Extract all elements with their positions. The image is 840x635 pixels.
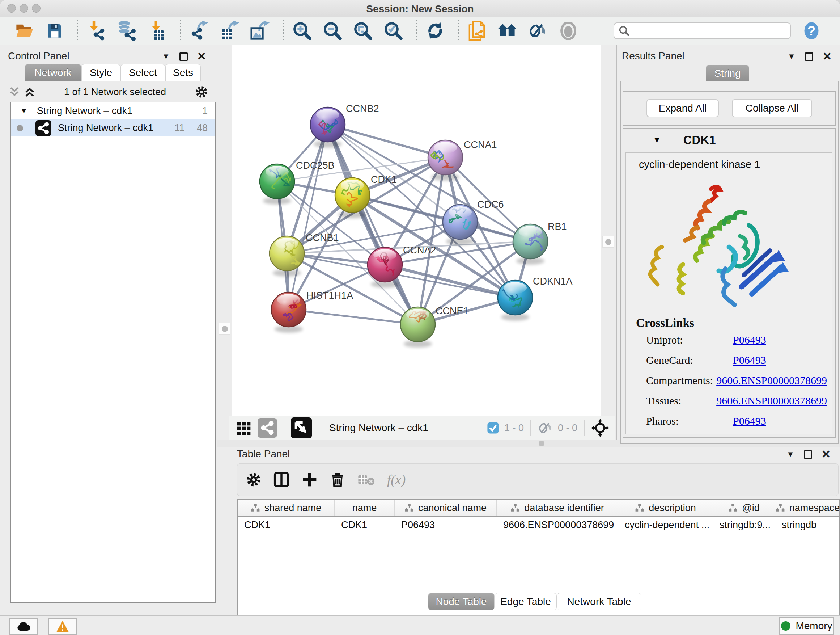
memory-button[interactable]: Memory: [779, 617, 834, 635]
export-table-button[interactable]: [219, 20, 240, 41]
crosslink-value-link[interactable]: P06493: [733, 354, 766, 366]
table-toolbar: f(x): [237, 463, 838, 496]
table-panel-menu-icon[interactable]: ▼: [786, 450, 794, 458]
horizontal-splitter-handle[interactable]: [538, 440, 545, 447]
table-panel-float-icon[interactable]: [804, 450, 812, 459]
expand-all-icon[interactable]: [24, 87, 35, 97]
results-panel-menu-icon[interactable]: ▼: [788, 52, 796, 60]
tab-node-table[interactable]: Node Table: [428, 593, 494, 610]
tab-select[interactable]: Select: [120, 64, 165, 81]
crosslink-value-link[interactable]: 9606.ENSP00000378699: [716, 394, 827, 407]
node-label-HIST1H1A: HIST1H1A: [306, 290, 353, 301]
tab-sets[interactable]: Sets: [165, 64, 201, 81]
left-splitter-handle[interactable]: [219, 323, 231, 334]
import-table-button[interactable]: [147, 20, 168, 41]
collapse-all-button[interactable]: Collapse All: [732, 99, 812, 117]
string-view-icon[interactable]: [257, 418, 277, 438]
tab-network[interactable]: Network: [25, 64, 81, 81]
control-panel-close-icon[interactable]: ✕: [197, 51, 206, 62]
column-header--id[interactable]: @id: [713, 500, 775, 516]
houses-button[interactable]: [497, 20, 518, 41]
expand-all-button[interactable]: Expand All: [646, 99, 719, 117]
string-documents-button[interactable]: [467, 20, 488, 41]
table-panel: Table Panel ▼ ✕ f(x) shared namenamecano…: [218, 448, 840, 616]
divider: [584, 420, 584, 436]
hide-unhide-button[interactable]: [527, 20, 548, 41]
results-panel-close-icon[interactable]: ✕: [823, 51, 832, 62]
table-options-gear-icon[interactable]: [246, 472, 261, 487]
results-panel-float-icon[interactable]: [805, 52, 813, 61]
column-label: database identifier: [524, 502, 604, 514]
network-node-CDC25B[interactable]: CDC25B: [260, 160, 335, 204]
grid-view-icon[interactable]: [237, 421, 251, 435]
svg-text:?: ?: [807, 24, 816, 38]
control-panel-menu-icon[interactable]: ▼: [162, 52, 170, 60]
node-label-CCNB1: CCNB1: [306, 233, 339, 243]
control-panel: Control Panel ▼ ✕ NetworkStyleSelectSets…: [0, 45, 218, 616]
table-panel-close-icon[interactable]: ✕: [821, 449, 831, 460]
crosslink-value-link[interactable]: P06493: [733, 334, 766, 346]
birdseye-toggle-icon[interactable]: [291, 417, 312, 439]
column-header-description[interactable]: description: [618, 500, 713, 516]
add-column-icon[interactable]: [302, 472, 317, 488]
pan-crosshair-icon[interactable]: [591, 419, 609, 437]
network-collection-row[interactable]: ▼ String Network – cdk1 1: [11, 103, 215, 119]
zoom-in-button[interactable]: [292, 20, 313, 41]
import-network-database-button[interactable]: [117, 20, 137, 41]
refresh-view-button[interactable]: [425, 20, 446, 41]
column-header-canonical-name[interactable]: canonical name: [395, 500, 497, 516]
column-header-name[interactable]: name: [335, 500, 395, 516]
zoom-out-button[interactable]: [322, 20, 343, 41]
network-edge[interactable]: [289, 310, 418, 325]
crosslink-value-link[interactable]: 9606.ENSP00000378699: [716, 374, 827, 386]
export-network-button[interactable]: [189, 20, 210, 41]
node-label-RB1: RB1: [548, 221, 567, 232]
network-row-selected[interactable]: String Network – cdk1 11 48: [11, 119, 215, 136]
crosslink-row: Compartments:9606.ENSP00000378699: [646, 374, 827, 386]
table-row[interactable]: CDK1CDK1P064939606.ENSP00000378699cyclin…: [238, 517, 839, 533]
control-panel-float-icon[interactable]: [180, 52, 188, 61]
selected-checkbox-icon[interactable]: [487, 422, 499, 434]
function-builder-button[interactable]: f(x): [387, 472, 406, 488]
column-header-namespace[interactable]: namespace: [775, 500, 840, 516]
warnings-button[interactable]: [49, 618, 77, 635]
cloud-status-button[interactable]: [9, 618, 38, 635]
collection-expander-icon[interactable]: ▼: [20, 107, 27, 115]
crosslink-label: Compartments:: [646, 374, 716, 386]
crosslink-row: Tissues:9606.ENSP00000378699: [646, 394, 827, 407]
right-splitter-handle[interactable]: [602, 236, 614, 248]
help-button[interactable]: ?: [801, 20, 822, 41]
tab-network-table[interactable]: Network Table: [557, 593, 641, 610]
export-image-button[interactable]: [249, 20, 271, 41]
crosslink-value-link[interactable]: P06493: [733, 415, 766, 427]
tab-style[interactable]: Style: [81, 64, 120, 81]
column-label: name: [352, 502, 377, 514]
column-header-shared-name[interactable]: shared name: [238, 500, 335, 516]
network-edge[interactable]: [289, 125, 328, 310]
gene-section-header[interactable]: ▼ CDK1: [623, 128, 835, 152]
save-session-button[interactable]: [44, 20, 65, 41]
column-header-database-identifier[interactable]: database identifier: [497, 500, 618, 516]
network-options-gear-icon[interactable]: [195, 86, 208, 98]
zoom-selected-button[interactable]: [383, 20, 404, 41]
import-network-file-button[interactable]: [86, 20, 107, 41]
collapse-all-icon[interactable]: [9, 87, 20, 97]
search-input[interactable]: [630, 25, 783, 37]
status-bar: Memory: [0, 616, 840, 635]
network-node-CDKN1A[interactable]: CDKN1A: [498, 276, 573, 321]
toolbar-divider: [416, 20, 417, 41]
node-gloss: [265, 166, 289, 177]
network-node-RB1[interactable]: RB1: [513, 221, 567, 264]
fit-content-button[interactable]: [352, 20, 373, 41]
open-session-button[interactable]: [14, 20, 35, 41]
node-table: shared namenamecanonical namedatabase id…: [237, 499, 840, 632]
toolbar-search-field[interactable]: [614, 22, 791, 39]
column-label: canonical name: [418, 502, 486, 514]
tab-edge-table[interactable]: Edge Table: [494, 593, 557, 610]
tab-string[interactable]: String: [706, 65, 749, 82]
show-columns-icon[interactable]: [273, 472, 289, 488]
network-canvas[interactable]: CCNB2CCNA1CDC25BCDK1CDC6RB1CCNB1CCNA2CDK…: [232, 45, 600, 416]
gene-name: CDK1: [684, 133, 716, 147]
gene-expander-icon[interactable]: ▼: [653, 135, 661, 145]
delete-column-icon[interactable]: [330, 472, 345, 487]
